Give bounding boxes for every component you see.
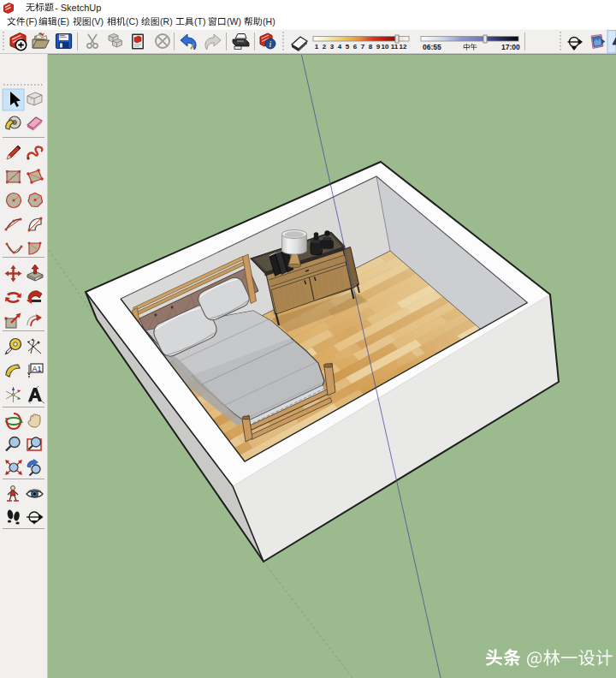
svg-text:3: 3 — [330, 43, 335, 51]
svg-text:11: 11 — [391, 43, 399, 51]
svg-text:4: 4 — [338, 43, 342, 51]
svg-text:(R): (R) — [160, 16, 173, 27]
svg-text:1: 1 — [315, 43, 319, 51]
svg-text:- SketchUp: - SketchUp — [55, 3, 101, 13]
svg-text:5: 5 — [346, 43, 350, 51]
svg-text:9: 9 — [376, 43, 381, 51]
svg-text:10: 10 — [382, 43, 389, 51]
svg-text:(C): (C) — [126, 16, 139, 27]
svg-text:(W): (W) — [227, 16, 241, 27]
svg-text:6: 6 — [353, 43, 358, 51]
svg-text:06:55: 06:55 — [423, 43, 441, 51]
svg-text:(E): (E) — [57, 16, 69, 27]
svg-text:i: i — [270, 39, 272, 49]
svg-text:A1: A1 — [32, 365, 41, 373]
svg-text:(T): (T) — [194, 16, 205, 27]
svg-text:(H): (H) — [263, 16, 275, 27]
svg-text:2: 2 — [323, 43, 327, 51]
svg-text:(V): (V) — [92, 16, 104, 27]
svg-text:7: 7 — [361, 43, 365, 51]
svg-text:17:00: 17:00 — [501, 43, 520, 51]
svg-text:12: 12 — [400, 43, 407, 51]
svg-text:(F): (F) — [26, 16, 37, 27]
svg-text:8: 8 — [369, 43, 373, 51]
